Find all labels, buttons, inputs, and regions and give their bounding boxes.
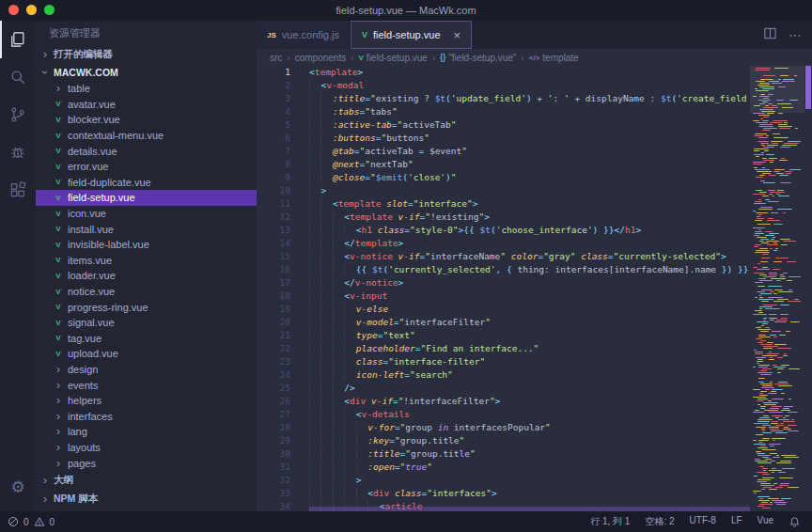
vue-file-icon: V [54, 303, 63, 311]
tree-item-upload-vue[interactable]: Vupload.vue [36, 346, 257, 362]
tree-item-label: loader.vue [68, 270, 116, 281]
window-title: field-setup.vue — MacWk.com [336, 5, 476, 16]
tab-label: field-setup.vue [373, 29, 441, 40]
tree-item-lang[interactable]: ›lang [36, 424, 257, 440]
vertical-scrollbar[interactable] [804, 66, 812, 511]
breadcrumb-item[interactable]: components [295, 53, 346, 63]
title-bar[interactable]: field-setup.vue — MacWk.com [0, 0, 812, 21]
maximize-window-icon[interactable] [44, 5, 55, 15]
chevron-down-icon: › [40, 68, 50, 77]
tree-item-label: notice.vue [68, 286, 115, 297]
more-actions-icon[interactable]: ⋯ [789, 27, 803, 42]
tree-item-notice-vue[interactable]: Vnotice.vue [36, 284, 257, 300]
tree-item-pages[interactable]: ›pages [36, 455, 257, 471]
vue-file-icon: V [54, 256, 63, 264]
chevron-right-icon: › [40, 476, 50, 485]
vue-icon: V [359, 54, 364, 62]
tree-item-invisible-label-vue[interactable]: Vinvisible-label.vue [36, 237, 257, 253]
settings-gear-icon[interactable]: ⚙ [0, 468, 36, 506]
vue-file-icon: V [54, 178, 63, 186]
tab-label: vue.config.js [282, 29, 339, 40]
explorer-icon[interactable] [0, 21, 36, 58]
split-editor-icon[interactable] [763, 26, 777, 44]
breadcrumb-item[interactable]: src [270, 53, 282, 63]
tree-item-label: upload.vue [68, 348, 118, 359]
outline-label: 大纲 [54, 474, 73, 487]
tree-item-items-vue[interactable]: Vitems.vue [36, 253, 257, 269]
workspace-root-section[interactable]: › MACWK.COM [36, 64, 257, 81]
tab-field-setup-vue[interactable]: Vfield-setup.vue× [351, 21, 472, 49]
breadcrumb-item[interactable]: </>template [529, 53, 579, 63]
tree-item-avatar-vue[interactable]: Vavatar.vue [36, 97, 257, 113]
vue-file-icon: V [54, 132, 63, 140]
close-window-icon[interactable] [8, 5, 19, 15]
code-lines[interactable]: <template> <v-modal :title="existing ? $… [309, 66, 750, 511]
tree-item-layouts[interactable]: ›layouts [36, 440, 257, 456]
status-bar: 0 0 行 1, 列 1空格: 2UTF-8LFVue [0, 511, 812, 532]
tree-item-field-duplicate-vue[interactable]: Vfield-duplicate.vue [36, 175, 257, 191]
js-file-icon: JS [267, 31, 276, 39]
tree-item-label: tag.vue [68, 333, 102, 344]
tree-item-interfaces[interactable]: ›interfaces [36, 408, 257, 424]
tree-item-events[interactable]: ›events [36, 377, 257, 393]
source-control-icon[interactable] [0, 96, 36, 133]
tree-item-helpers[interactable]: ›helpers [36, 393, 257, 409]
status-item[interactable]: 空格: 2 [645, 515, 674, 528]
vue-file-icon: V [54, 225, 63, 233]
workspace-root-label: MACWK.COM [54, 67, 118, 78]
vue-file-icon: V [54, 210, 63, 218]
chevron-right-icon: › [54, 412, 63, 421]
chevron-right-icon: › [54, 459, 63, 468]
npm-scripts-section[interactable]: › NPM 脚本 [36, 490, 257, 509]
minimap[interactable] [750, 66, 804, 511]
vertical-scrollbar-thumb[interactable] [805, 66, 811, 109]
status-item[interactable]: LF [731, 515, 742, 528]
chevron-right-icon: › [54, 84, 63, 93]
tree-item-design[interactable]: ›design [36, 362, 257, 378]
symbol-icon: </> [529, 54, 540, 62]
problems-status[interactable]: 0 0 [0, 516, 55, 527]
code-area: 1234567891011121314151617181920212223242… [257, 66, 812, 511]
breadcrumb-separator-icon: › [521, 53, 523, 63]
search-icon[interactable] [0, 58, 36, 96]
tree-item-contextual-menu-vue[interactable]: Vcontextual-menu.vue [36, 128, 257, 144]
minimize-window-icon[interactable] [26, 5, 37, 15]
breadcrumb-item[interactable]: Vfield-setup.vue [359, 53, 428, 63]
breadcrumb-item[interactable]: {}"field-setup.vue" [440, 53, 516, 63]
tree-item-progress-ring-vue[interactable]: Vprogress-ring.vue [36, 299, 257, 315]
extensions-icon[interactable] [0, 171, 36, 209]
open-editors-section[interactable]: › 打开的编辑器 [36, 45, 257, 64]
tree-item-label: events [68, 380, 98, 391]
tree-item-loader-vue[interactable]: Vloader.vue [36, 268, 257, 284]
open-editors-label: 打开的编辑器 [54, 48, 113, 61]
tree-item-label: field-setup.vue [68, 192, 135, 203]
tree-item-label: interfaces [68, 411, 113, 422]
tree-item-error-vue[interactable]: Verror.vue [36, 159, 257, 175]
status-item[interactable]: UTF-8 [690, 515, 716, 528]
status-item[interactable]: 行 1, 列 1 [590, 515, 630, 528]
tree-item-label: avatar.vue [68, 99, 116, 110]
debug-icon[interactable] [0, 133, 36, 171]
tree-item-label: invisible-label.vue [68, 239, 149, 250]
tree-item-blocker-vue[interactable]: Vblocker.vue [36, 112, 257, 128]
explorer-pane-title: 资源管理器 [36, 21, 257, 45]
vue-file-icon: V [54, 194, 63, 202]
notifications-bell-icon[interactable] [789, 516, 801, 528]
tree-item-table[interactable]: ›table [36, 81, 257, 97]
tree-item-details-vue[interactable]: Vdetails.vue [36, 143, 257, 159]
outline-section[interactable]: › 大纲 [36, 471, 257, 490]
tree-item-install-vue[interactable]: Vinstall.vue [36, 221, 257, 237]
vue-file-icon: V [54, 272, 63, 280]
tree-item-signal-vue[interactable]: Vsignal.vue [36, 315, 257, 331]
tree-item-field-setup-vue[interactable]: Vfield-setup.vue [36, 190, 257, 206]
breadcrumb-separator-icon: › [351, 53, 353, 63]
vue-file-icon: V [54, 147, 63, 155]
close-tab-icon[interactable]: × [454, 29, 461, 41]
tab-vue-config-js[interactable]: JSvue.config.js [257, 21, 351, 49]
warning-count: 0 [50, 517, 55, 527]
tree-item-icon-vue[interactable]: Vicon.vue [36, 206, 257, 222]
npm-scripts-label: NPM 脚本 [54, 493, 98, 506]
tree-item-label: field-duplicate.vue [68, 177, 151, 188]
tree-item-tag-vue[interactable]: Vtag.vue [36, 331, 257, 347]
status-item[interactable]: Vue [757, 515, 773, 528]
